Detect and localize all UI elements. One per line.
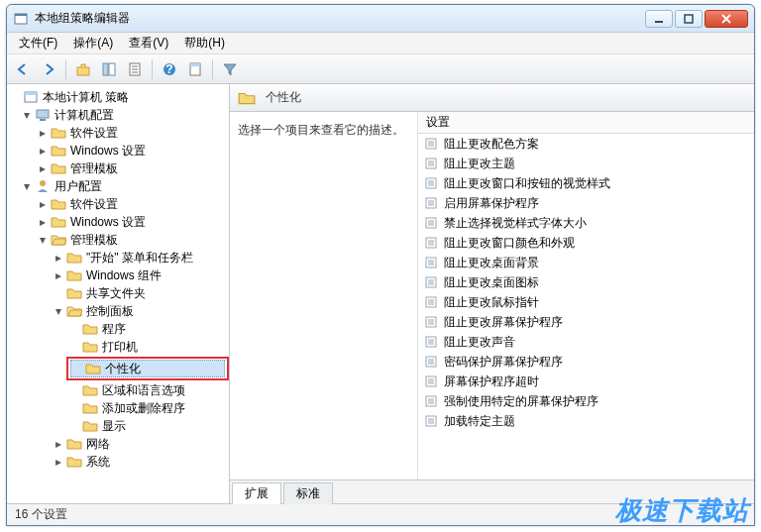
svg-rect-20 xyxy=(40,119,46,121)
folder-icon xyxy=(51,143,66,159)
setting-icon xyxy=(424,414,438,428)
list-item[interactable]: 加载特定主题 xyxy=(418,411,754,431)
svg-point-21 xyxy=(40,180,46,186)
collapse-icon[interactable]: ▾ xyxy=(21,180,33,192)
collapse-icon[interactable]: ▾ xyxy=(53,305,64,317)
tree-cp-add-remove[interactable]: ▸添加或删除程序 xyxy=(7,399,229,417)
expand-icon[interactable]: ▸ xyxy=(53,438,64,450)
list-body[interactable]: 阻止更改配色方案阻止更改主题阻止更改窗口和按钮的视觉样式启用屏幕保护程序禁止选择… xyxy=(418,134,754,479)
list-item[interactable]: 强制使用特定的屏幕保护程序 xyxy=(418,391,754,411)
expand-icon[interactable]: ▸ xyxy=(53,269,64,281)
tree-cc-software[interactable]: ▸软件设置 xyxy=(7,124,229,142)
statusbar: 16 个设置 xyxy=(7,503,754,525)
tree-label: 管理模板 xyxy=(70,160,118,177)
maximize-button[interactable] xyxy=(675,10,703,28)
svg-rect-19 xyxy=(37,110,49,118)
toolbar-separator xyxy=(152,59,153,79)
list-item[interactable]: 阻止更改桌面背景 xyxy=(418,253,754,272)
help-button[interactable]: ? xyxy=(158,57,181,81)
tree-cp-personalization[interactable]: ▸个性化 xyxy=(70,360,225,377)
tab-standard[interactable]: 标准 xyxy=(283,482,333,504)
tree-system[interactable]: ▸系统 xyxy=(7,453,229,471)
list-item[interactable]: 启用屏幕保护程序 xyxy=(418,193,754,213)
menu-file[interactable]: 文件(F) xyxy=(11,33,65,53)
minimize-button[interactable] xyxy=(645,10,673,28)
tree-cp-region-lang[interactable]: ▸区域和语言选项 xyxy=(7,381,229,399)
expand-icon[interactable]: ▸ xyxy=(53,252,64,264)
expand-icon[interactable]: ▸ xyxy=(37,216,49,228)
list-item-label: 密码保护屏幕保护程序 xyxy=(444,354,563,371)
tree-label: 系统 xyxy=(86,454,110,471)
list-item[interactable]: 阻止更改窗口颜色和外观 xyxy=(418,233,754,253)
list-item[interactable]: 阻止更改桌面图标 xyxy=(418,272,754,292)
titlebar: 本地组策略编辑器 xyxy=(7,5,754,33)
app-icon xyxy=(13,11,29,27)
tree-cp-programs[interactable]: ▸程序 xyxy=(7,320,229,338)
tree-uc-windows[interactable]: ▸Windows 设置 xyxy=(7,213,229,231)
expand-icon[interactable]: ▸ xyxy=(53,456,64,468)
tree-computer-config[interactable]: ▾ 计算机配置 xyxy=(7,106,229,124)
tree-label: Windows 组件 xyxy=(86,267,162,284)
user-icon xyxy=(35,178,51,194)
properties-button[interactable] xyxy=(183,57,207,81)
collapse-icon[interactable]: ▾ xyxy=(37,234,49,246)
menu-view[interactable]: 查看(V) xyxy=(121,33,176,53)
tree-network[interactable]: ▸网络 xyxy=(7,435,229,453)
export-list-button[interactable] xyxy=(123,57,147,81)
list-item-label: 屏幕保护程序超时 xyxy=(444,373,539,390)
tree-root[interactable]: ▾ 本地计算机 策略 xyxy=(7,88,229,106)
tab-extended[interactable]: 扩展 xyxy=(232,482,281,504)
description-column: 选择一个项目来查看它的描述。 xyxy=(230,112,418,479)
tree-pane[interactable]: ▾ 本地计算机 策略 ▾ 计算机配置 ▸软件设置 xyxy=(7,84,230,503)
svg-rect-3 xyxy=(685,15,693,23)
list-item[interactable]: 阻止更改屏幕保护程序 xyxy=(418,312,754,332)
folder-icon xyxy=(51,196,66,212)
list-column-header[interactable]: 设置 xyxy=(418,112,754,134)
tree-cp-printers[interactable]: ▸打印机 xyxy=(7,338,229,356)
svg-text:?: ? xyxy=(165,62,172,76)
tree-cc-admin[interactable]: ▸管理模板 xyxy=(7,160,229,177)
toolbar-separator xyxy=(65,59,66,79)
expand-icon[interactable]: ▸ xyxy=(37,145,49,157)
tree-uc-admin[interactable]: ▾管理模板 xyxy=(7,231,229,249)
tree-label: 添加或删除程序 xyxy=(102,400,185,417)
close-button[interactable] xyxy=(705,10,748,28)
tree-uc-software[interactable]: ▸软件设置 xyxy=(7,195,229,213)
list-item[interactable]: 禁止选择视觉样式字体大小 xyxy=(418,213,754,233)
list-item[interactable]: 屏幕保护程序超时 xyxy=(418,372,754,391)
list-item[interactable]: 密码保护屏幕保护程序 xyxy=(418,352,754,372)
list-item[interactable]: 阻止更改主题 xyxy=(418,154,754,173)
show-hide-tree-button[interactable] xyxy=(97,57,121,81)
list-item[interactable]: 阻止更改窗口和按钮的视觉样式 xyxy=(418,173,754,193)
tree-cc-windows[interactable]: ▸Windows 设置 xyxy=(7,142,229,160)
list-item[interactable]: 阻止更改配色方案 xyxy=(418,134,754,154)
folder-icon xyxy=(66,436,82,452)
tree-cp-display[interactable]: ▸显示 xyxy=(7,417,229,435)
filter-button[interactable] xyxy=(218,57,242,81)
back-button[interactable] xyxy=(11,57,35,81)
expand-icon[interactable]: ▸ xyxy=(37,198,49,210)
tree-shared-folders[interactable]: ▸共享文件夹 xyxy=(7,284,229,302)
up-button[interactable] xyxy=(71,57,95,81)
collapse-icon[interactable]: ▾ xyxy=(21,109,33,121)
folder-icon xyxy=(66,454,82,470)
expand-icon[interactable]: ▸ xyxy=(37,162,49,174)
policy-icon xyxy=(23,89,39,105)
expand-icon[interactable]: ▸ xyxy=(37,127,49,139)
content-area: ▾ 本地计算机 策略 ▾ 计算机配置 ▸软件设置 xyxy=(7,84,754,503)
annotation-highlight: ▸个性化 xyxy=(66,357,229,380)
header-title: 个性化 xyxy=(266,89,301,106)
forward-button[interactable] xyxy=(37,57,60,81)
menu-help[interactable]: 帮助(H) xyxy=(176,33,233,53)
tree-control-panel[interactable]: ▾控制面板 xyxy=(7,302,229,320)
tree-win-components[interactable]: ▸Windows 组件 xyxy=(7,266,229,284)
tree-start-taskbar[interactable]: ▸"开始" 菜单和任务栏 xyxy=(7,249,229,266)
list-item[interactable]: 阻止更改鼠标指针 xyxy=(418,292,754,312)
tree-label: 计算机配置 xyxy=(54,107,114,124)
setting-icon xyxy=(424,176,438,190)
tree-user-config[interactable]: ▾ 用户配置 xyxy=(7,177,229,195)
header-bar: 个性化 xyxy=(230,84,754,112)
folder-open-icon xyxy=(51,232,66,248)
list-item[interactable]: 阻止更改声音 xyxy=(418,332,754,352)
menu-action[interactable]: 操作(A) xyxy=(65,33,121,53)
